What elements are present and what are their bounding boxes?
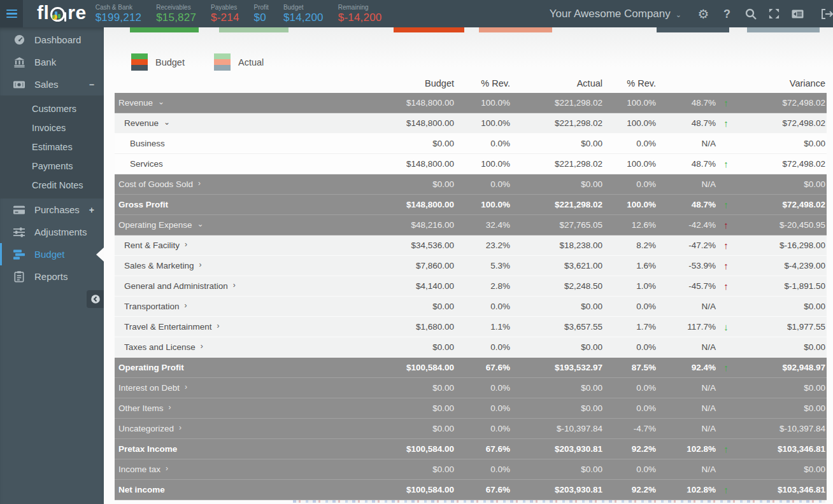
cell-variance: $-10,397.84	[736, 424, 827, 433]
cell-change-pct: N/A	[656, 403, 716, 413]
cell-actual-pct: 0.0%	[602, 465, 656, 474]
trend-up-icon: ↑	[716, 281, 736, 291]
table-row-operating-expense[interactable]: Operating Expense⌄$48,216.0032.4%$27,765…	[115, 215, 827, 235]
cell-budget-pct: 100.0%	[454, 118, 510, 128]
table-row-interest-on-debt[interactable]: Interest on Debt›$0.000.0%$0.000.0%N/A$0…	[115, 378, 827, 398]
dashboard-icon	[13, 34, 25, 46]
sidebar-item-budget[interactable]: Budget	[0, 243, 104, 265]
table-row-travel-entertainment[interactable]: Travel & Entertainment›$1,680.001.1%$3,6…	[115, 317, 827, 337]
row-label: Sales & Marketing›	[115, 261, 371, 270]
search-icon[interactable]	[739, 8, 762, 20]
logo-text-suffix: re	[68, 2, 86, 24]
table-row-sales-marketing[interactable]: Sales & Marketing›$7,860.005.3%$3,621.00…	[115, 256, 827, 276]
cell-actual: $18,238.00	[510, 241, 602, 250]
sidebar-item-dashboard[interactable]: Dashboard	[0, 29, 104, 51]
header-stat-cash-bank: Cash & Bank$199,212	[96, 4, 142, 24]
table-row-general-and-administration[interactable]: General and Administration›$4,140.002.8%…	[115, 276, 827, 297]
cell-budget: $0.00	[371, 424, 454, 433]
collapse-sidebar-button[interactable]	[87, 290, 104, 308]
cell-change-pct: N/A	[656, 179, 716, 189]
row-label: Travel & Entertainment›	[115, 322, 371, 332]
stat-value: $15,827	[156, 11, 196, 24]
table-row-transportation[interactable]: Transportation›$0.000.0%$0.000.0%N/A$0.0…	[115, 297, 827, 317]
sidebar-item-adjustments[interactable]: Adjustments	[0, 221, 104, 243]
app-logo[interactable]: fl re	[37, 2, 87, 24]
cell-actual: $203,930.81	[510, 485, 602, 494]
stat-value: $-14,200	[338, 11, 382, 24]
sidebar-item-invoices[interactable]: Invoices	[0, 118, 104, 137]
list-panel-icon[interactable]	[786, 8, 809, 20]
bank-icon	[13, 56, 25, 68]
header-icons: ⚙?	[692, 0, 833, 27]
cell-budget: $148,800.00	[371, 159, 454, 169]
trend-up-icon: ↑	[716, 444, 736, 454]
table-row-income-tax[interactable]: Income tax›$0.000.0%$0.000.0%N/A$0.00	[115, 459, 827, 480]
sidebar-item-customers[interactable]: Customers	[0, 99, 104, 118]
main-content: BudgetActual Budget % Rev. Actual % Rev.…	[104, 27, 833, 504]
sidebar-item-label: Sales	[34, 79, 59, 90]
cell-change-pct: N/A	[656, 424, 716, 433]
row-label: Operating Expense⌄	[115, 220, 371, 230]
chevron-down-icon: ⌄	[676, 11, 681, 19]
table-row-services: Services$148,800.00100.0%$221,298.02100.…	[115, 154, 827, 174]
legend-item-actual[interactable]: Actual	[214, 53, 264, 71]
legend-item-budget[interactable]: Budget	[131, 53, 185, 71]
stat-label: Cash & Bank	[96, 4, 142, 11]
fullscreen-icon[interactable]	[762, 8, 786, 20]
sidebar-item-label: Bank	[34, 57, 56, 67]
collapse-minus-icon[interactable]: −	[89, 80, 104, 90]
header-stat-payables: Payables$-214	[211, 4, 239, 24]
sidebar-item-purchases[interactable]: Purchases+	[0, 199, 104, 221]
cell-budget-pct: 0.0%	[454, 302, 510, 311]
table-row-uncategorized[interactable]: Uncategorized›$0.000.0%$-10,397.84-4.7%N…	[115, 419, 827, 439]
chevron-right-icon: ›	[217, 322, 220, 330]
row-label: Revenue⌄	[115, 118, 371, 128]
table-row-other-items[interactable]: Other Items›$0.000.0%$0.000.0%N/A$0.00	[115, 398, 827, 419]
cell-budget-pct: 5.3%	[454, 261, 510, 270]
sidebar-submenu: CustomersInvoicesEstimatesPaymentsCredit…	[0, 95, 104, 199]
table-row-cost-of-goods-sold[interactable]: Cost of Goods Sold›$0.000.0%$0.000.0%N/A…	[115, 174, 827, 195]
table-row-revenue[interactable]: Revenue⌄$148,800.00100.0%$221,298.02100.…	[115, 113, 827, 134]
cell-budget-pct: 23.2%	[454, 241, 510, 250]
cell-budget: $0.00	[371, 403, 454, 413]
cell-change-pct: 48.7%	[656, 159, 716, 169]
sidebar-item-reports[interactable]: Reports	[0, 265, 104, 288]
cell-variance: $72,498.02	[736, 98, 827, 108]
cell-variance: $0.00	[736, 139, 827, 148]
cell-budget-pct: 100.0%	[454, 98, 510, 108]
cell-variance: $0.00	[736, 403, 827, 413]
cell-actual-pct: 0.0%	[602, 342, 656, 352]
table-row-rent-facility[interactable]: Rent & Facility›$34,536.0023.2%$18,238.0…	[115, 235, 827, 256]
cell-actual: $203,930.81	[510, 444, 602, 454]
sidebar-item-credit-notes[interactable]: Credit Notes	[0, 176, 104, 195]
cell-actual-pct: 1.6%	[602, 261, 656, 270]
cell-variance: $0.00	[736, 302, 827, 311]
sidebar-item-bank[interactable]: Bank	[0, 51, 104, 73]
sidebar-item-sales[interactable]: Sales−	[0, 73, 104, 95]
signout-icon[interactable]	[809, 8, 833, 20]
sidebar-item-payments[interactable]: Payments	[0, 157, 104, 176]
col-actual: Actual	[510, 78, 602, 88]
cell-actual-pct: 0.0%	[602, 302, 656, 311]
chevron-down-icon: ⌄	[197, 220, 204, 228]
cell-budget: $0.00	[371, 342, 454, 352]
cell-actual: $2,248.50	[510, 281, 602, 291]
table-row-taxes-and-license[interactable]: Taxes and License›$0.000.0%$0.000.0%N/A$…	[115, 337, 827, 358]
legend-label: Budget	[155, 57, 185, 67]
gear-icon[interactable]: ⚙	[692, 8, 715, 20]
sidebar-item-estimates[interactable]: Estimates	[0, 137, 104, 157]
cell-budget-pct: 67.6%	[454, 363, 510, 372]
table-row-revenue[interactable]: Revenue⌄$148,800.00100.0%$221,298.02100.…	[115, 93, 827, 113]
company-selector[interactable]: Your Awesome Company ⌄	[550, 8, 681, 20]
cell-variance: $103,346.81	[736, 485, 827, 494]
help-icon[interactable]: ?	[715, 8, 739, 20]
stat-label: Payables	[211, 4, 239, 11]
chevron-right-icon: ›	[201, 342, 203, 351]
chart-bar-remnant-6	[747, 27, 820, 32]
expand-plus-icon[interactable]: +	[89, 205, 104, 215]
sidebar-item-label: Purchases	[34, 204, 80, 215]
cell-variance: $103,346.81	[736, 444, 827, 454]
trend-up-icon: ↑	[716, 240, 736, 251]
hamburger-button[interactable]	[0, 0, 23, 27]
cell-variance: $72,498.02	[736, 118, 827, 128]
